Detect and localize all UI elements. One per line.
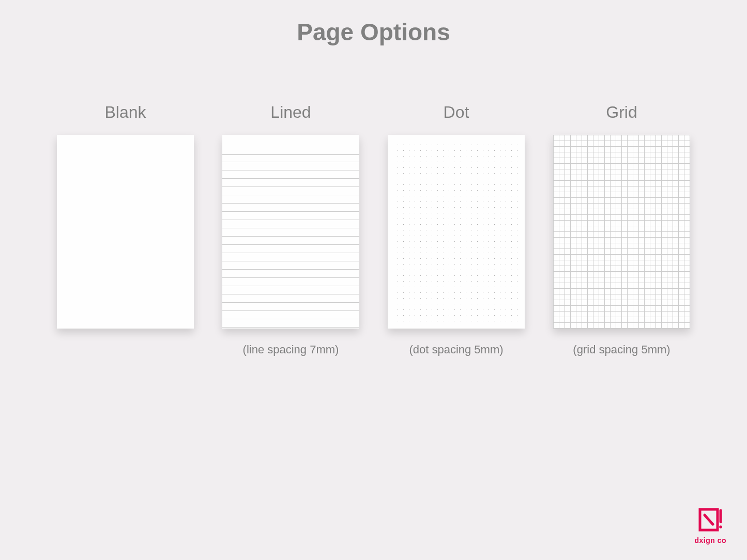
option-dot: Dot (dot spacing 5mm) bbox=[384, 103, 529, 359]
option-label-lined: Lined bbox=[270, 103, 311, 122]
svg-point-2 bbox=[719, 525, 722, 528]
option-label-dot: Dot bbox=[444, 103, 469, 122]
preview-lined bbox=[222, 135, 359, 329]
page-options-row: Blank Lined (line spacing 7mm) Dot (dot … bbox=[0, 103, 747, 359]
option-lined: Lined (line spacing 7mm) bbox=[219, 103, 363, 359]
option-caption-grid: (grid spacing 5mm) bbox=[573, 343, 670, 359]
svg-line-0 bbox=[705, 515, 713, 524]
lined-header-rule bbox=[222, 154, 359, 155]
lined-rules bbox=[222, 162, 359, 329]
preview-blank bbox=[57, 135, 194, 329]
option-label-blank: Blank bbox=[104, 103, 146, 122]
brand-name: dxign co bbox=[694, 536, 726, 545]
logo-icon bbox=[697, 506, 724, 533]
brand-logo: dxign co bbox=[694, 506, 726, 545]
option-caption-dot: (dot spacing 5mm) bbox=[409, 343, 503, 359]
dot-grid bbox=[395, 142, 517, 321]
option-grid: Grid (grid spacing 5mm) bbox=[550, 103, 694, 359]
option-caption-lined: (line spacing 7mm) bbox=[243, 343, 339, 359]
grid-lines bbox=[553, 135, 690, 329]
preview-grid bbox=[553, 135, 690, 329]
preview-dot bbox=[388, 135, 525, 329]
option-blank: Blank bbox=[53, 103, 198, 359]
page-title: Page Options bbox=[0, 18, 747, 46]
option-label-grid: Grid bbox=[606, 103, 637, 122]
